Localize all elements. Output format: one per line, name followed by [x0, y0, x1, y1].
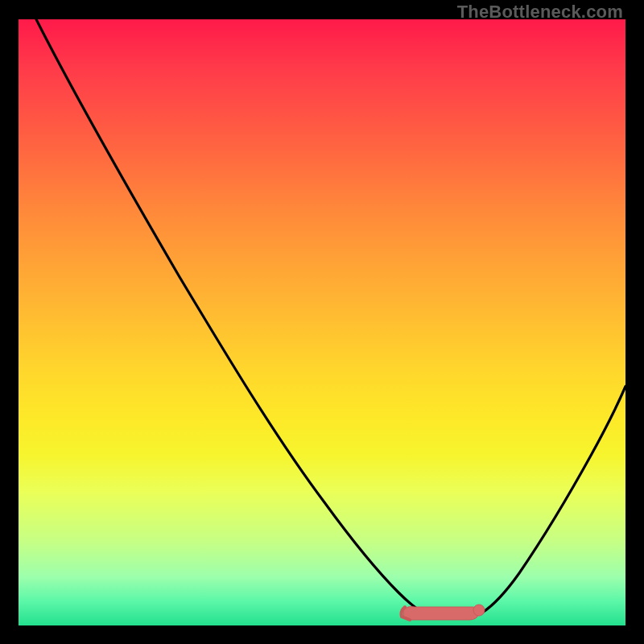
curves-layer [19, 19, 625, 625]
plot-area [19, 19, 625, 625]
svg-point-0 [473, 605, 485, 616]
optimal-range-marker [402, 605, 485, 620]
attribution-text: TheBottleneck.com [457, 2, 623, 23]
left-curve [36, 19, 423, 613]
chart-frame: TheBottleneck.com [0, 0, 644, 644]
right-curve [482, 386, 625, 613]
